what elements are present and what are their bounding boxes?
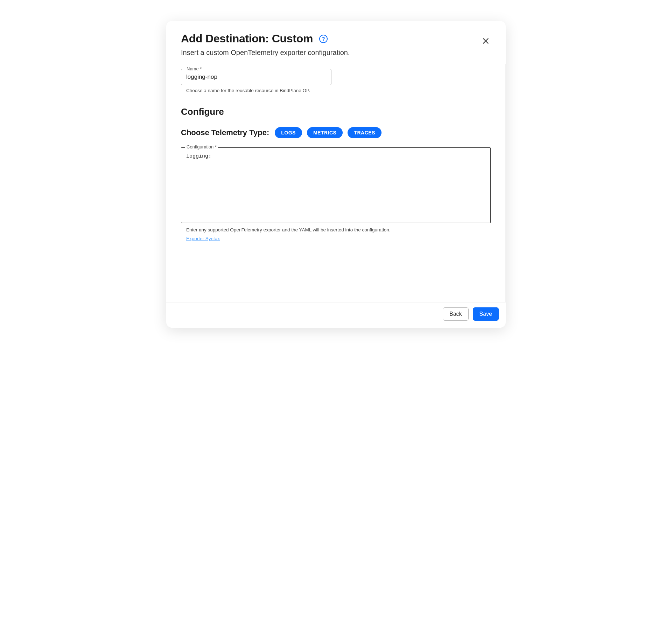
modal-header: Add Destination: Custom ? Insert a custo…: [166, 21, 506, 64]
close-button[interactable]: [481, 36, 491, 47]
help-icon[interactable]: ?: [319, 35, 328, 43]
add-destination-modal: Add Destination: Custom ? Insert a custo…: [166, 21, 506, 328]
telemetry-type-row: Choose Telemetry Type: LOGS METRICS TRAC…: [181, 127, 491, 138]
back-button[interactable]: Back: [443, 307, 469, 321]
chip-metrics[interactable]: METRICS: [307, 127, 343, 138]
configuration-helper-text: Enter any supported OpenTelemetry export…: [186, 227, 491, 232]
chip-logs[interactable]: LOGS: [275, 127, 302, 138]
close-icon: [482, 37, 490, 45]
chip-traces[interactable]: TRACES: [348, 127, 382, 138]
name-input[interactable]: [181, 69, 331, 85]
modal-footer: Back Save: [166, 302, 506, 328]
name-label: Name *: [185, 66, 203, 71]
modal-subtitle: Insert a custom OpenTelemetry exporter c…: [181, 49, 491, 57]
exporter-syntax-link[interactable]: Exporter Syntax: [186, 236, 220, 241]
configuration-textarea[interactable]: [181, 147, 491, 223]
configure-section-title: Configure: [181, 106, 491, 117]
configuration-field-wrapper: Configuration *: [181, 147, 491, 224]
name-field-wrapper: Name *: [181, 69, 331, 85]
modal-body: Name * Choose a name for the reusable re…: [166, 64, 506, 302]
configuration-label: Configuration *: [185, 144, 218, 149]
name-helper-text: Choose a name for the reusable resource …: [186, 88, 491, 93]
modal-title-row: Add Destination: Custom ?: [181, 32, 491, 45]
save-button[interactable]: Save: [473, 307, 499, 321]
modal-title: Add Destination: Custom: [181, 32, 313, 45]
telemetry-type-label: Choose Telemetry Type:: [181, 128, 269, 137]
